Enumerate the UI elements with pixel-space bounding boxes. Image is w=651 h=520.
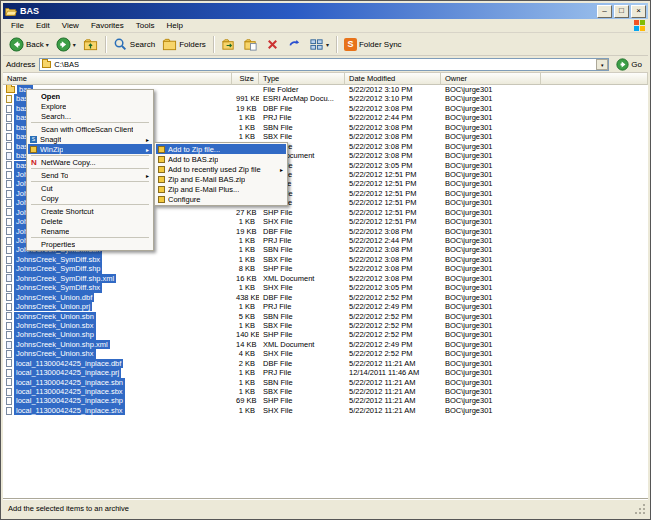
back-button[interactable]: Back ▾ xyxy=(6,34,52,54)
menu-help[interactable]: Help xyxy=(160,20,188,31)
views-dropdown-icon[interactable]: ▾ xyxy=(326,41,329,48)
file-row[interactable]: local_11300042425_inplace.shp69 KBSHP Fi… xyxy=(3,396,648,405)
undo-button[interactable] xyxy=(284,34,305,54)
go-button[interactable]: Go xyxy=(613,58,645,71)
winzip-submenu-item-label: Configure xyxy=(168,195,201,204)
file-row[interactable]: local_11300042425_inplace.dbf2 KBDBF Fil… xyxy=(3,359,648,368)
file-row[interactable]: JohnsCreek_Union.shp.xml14 KBXML Documen… xyxy=(3,340,648,349)
file-owner: BOC\jurge301 xyxy=(441,94,541,103)
winzip-submenu-item-add-to-zip-file[interactable]: Add to Zip file... xyxy=(156,144,286,154)
file-owner: BOC\jurge301 xyxy=(441,359,541,368)
file-owner: BOC\jurge301 xyxy=(441,123,541,132)
forward-button[interactable]: ▾ xyxy=(53,34,79,54)
file-row[interactable]: JohnsCreek_SymDiff.shx1 KBSHX File5/22/2… xyxy=(3,283,648,292)
file-size: 27 KB xyxy=(232,208,259,217)
file-type: PRJ File xyxy=(259,368,345,377)
row-filler xyxy=(541,123,648,132)
file-row[interactable]: JohnsCreek_Union.dbf438 KBDBF File5/22/2… xyxy=(3,293,648,302)
winzip-submenu-item-label: Add to recently used Zip file xyxy=(168,165,261,174)
file-row[interactable]: JohnsCreek_Union.shx4 KBSHX File5/22/201… xyxy=(3,349,648,358)
context-menu-item-open[interactable]: Open xyxy=(28,91,152,101)
file-row[interactable]: JohnsCreek_SymDiff.sbx1 KBSBX File5/22/2… xyxy=(3,255,648,264)
title-bar[interactable]: BAS – □ × xyxy=(3,3,648,19)
folders-button[interactable]: Folders xyxy=(159,34,209,54)
file-date: 5/22/2012 12:51 PM xyxy=(345,179,441,188)
back-dropdown-icon[interactable]: ▾ xyxy=(46,41,49,48)
move-to-button[interactable] xyxy=(218,34,239,54)
file-name-cell: JohnsCreek_Union.shp xyxy=(3,330,232,339)
context-menu-item-cut[interactable]: Cut xyxy=(28,183,152,193)
copy-to-button[interactable] xyxy=(240,34,261,54)
up-button[interactable] xyxy=(80,34,101,54)
winzip-submenu-item-zip-and-e-mail-bas-zip[interactable]: Zip and E-Mail BAS.zip xyxy=(156,174,286,184)
context-menu-item-winzip[interactable]: WinZip▸ xyxy=(28,144,152,154)
file-row[interactable]: JohnsCreek_SymDiff.shp.xml16 KBXML Docum… xyxy=(3,274,648,283)
views-button[interactable]: ▾ xyxy=(306,34,332,54)
context-menu-item-create-shortcut[interactable]: Create Shortcut xyxy=(28,206,152,216)
maximize-button[interactable]: □ xyxy=(614,5,629,18)
context-menu-item-copy[interactable]: Copy xyxy=(28,193,152,203)
file-row[interactable]: local_11300042425_inplace.sbx1 KBSBX Fil… xyxy=(3,387,648,396)
row-filler xyxy=(541,387,648,396)
winzip-submenu-item-add-to-recently-used-zip-file[interactable]: Add to recently used Zip file▸ xyxy=(156,164,286,174)
context-menu-item-rename[interactable]: Rename xyxy=(28,226,152,236)
resize-grip[interactable] xyxy=(634,503,646,515)
context-menu-item-explore[interactable]: Explore xyxy=(28,101,152,111)
address-label: Address xyxy=(6,60,35,69)
file-row[interactable]: JohnsCreek_Union.sbx1 KBSBX File5/22/201… xyxy=(3,321,648,330)
menu-edit[interactable]: Edit xyxy=(30,20,56,31)
delete-button[interactable] xyxy=(262,34,283,54)
menu-tools[interactable]: Tools xyxy=(130,20,161,31)
folder-sync-button[interactable]: S Folder Sync xyxy=(341,34,405,54)
menu-icon-gutter xyxy=(30,125,38,133)
file-row[interactable]: local_11300042425_inplace.prj1 KBPRJ Fil… xyxy=(3,368,648,377)
context-menu-item-scan-with-officescan-client[interactable]: Scan with OfficeScan Client xyxy=(28,124,152,134)
minimize-button[interactable]: – xyxy=(597,5,612,18)
column-header-name[interactable]: Name xyxy=(3,73,232,85)
file-name-cell: JohnsCreek_SymDiff.shp xyxy=(3,264,232,273)
context-menu-item-send-to[interactable]: Send To▸ xyxy=(28,170,152,180)
winzip-submenu-item-add-to-bas-zip[interactable]: Add to BAS.zip xyxy=(156,154,286,164)
menu-favorites[interactable]: Favorites xyxy=(85,20,130,31)
row-filler xyxy=(541,245,648,254)
row-filler xyxy=(541,227,648,236)
file-date: 5/22/2012 3:08 PM xyxy=(345,274,441,283)
context-menu-item-search[interactable]: Search... xyxy=(28,111,152,121)
address-dropdown-button[interactable]: ▾ xyxy=(596,59,608,70)
close-button[interactable]: × xyxy=(631,5,646,18)
winzip-submenu-item-zip-and-e-mail-plus[interactable]: Zip and E-Mail Plus... xyxy=(156,184,286,194)
file-date: 5/22/2012 3:08 PM xyxy=(345,255,441,264)
menu-file[interactable]: File xyxy=(5,20,30,31)
file-row[interactable]: local_11300042425_inplace.shx1 KBSHX Fil… xyxy=(3,406,648,415)
column-header-size[interactable]: Size xyxy=(232,73,259,85)
column-header-type[interactable]: Type xyxy=(259,73,345,85)
file-row[interactable]: JohnsCreek_SymDiff.shp8 KBSHP File5/22/2… xyxy=(3,264,648,273)
forward-dropdown-icon[interactable]: ▾ xyxy=(73,41,76,48)
forward-icon xyxy=(56,37,71,52)
context-menu-item-delete[interactable]: Delete xyxy=(28,216,152,226)
context-menu-item-properties[interactable]: Properties xyxy=(28,239,152,249)
winzip-submenu-item-configure[interactable]: Configure xyxy=(156,194,286,204)
file-row[interactable]: JohnsCreek_Union.prj1 KBPRJ File5/22/201… xyxy=(3,302,648,311)
file-size: 19 KB xyxy=(232,227,259,236)
file-row[interactable]: JohnsCreek_Union.shp140 KBSHP File5/22/2… xyxy=(3,330,648,339)
menu-view[interactable]: View xyxy=(56,20,85,31)
column-header-filler xyxy=(541,73,648,85)
file-name-cell: local_11300042425_inplace.sbn xyxy=(3,378,232,387)
context-menu-item-snagit[interactable]: SSnagit▸ xyxy=(28,134,152,144)
file-row[interactable]: JohnsCreek_Union.sbn5 KBSBN File5/22/201… xyxy=(3,312,648,321)
context-menu-item-netware-copy[interactable]: NNetWare Copy... xyxy=(28,157,152,167)
column-header-date-modified[interactable]: Date Modified xyxy=(345,73,441,85)
menu-icon-gutter xyxy=(30,92,38,100)
file-date: 5/22/2012 11:21 AM xyxy=(345,359,441,368)
file-size: 1 KB xyxy=(232,302,259,311)
file-size: 1 KB xyxy=(232,321,259,330)
submenu-arrow-icon: ▸ xyxy=(146,172,149,179)
file-type: SHX File xyxy=(259,283,345,292)
column-header-owner[interactable]: Owner xyxy=(441,73,541,85)
file-type: SHP File xyxy=(259,264,345,273)
file-row[interactable]: local_11300042425_inplace.sbn1 KBSBN Fil… xyxy=(3,378,648,387)
search-button[interactable]: Search xyxy=(110,34,158,54)
arcmap-icon xyxy=(6,95,12,103)
address-input[interactable]: C:\BAS ▾ xyxy=(39,58,609,71)
